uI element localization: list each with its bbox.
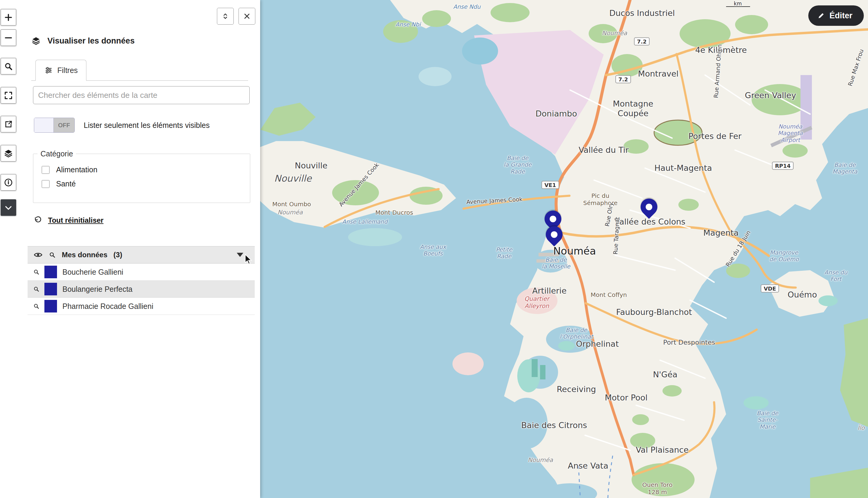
toggle-knob [34,118,54,132]
edit-button[interactable]: Éditer [808,5,864,26]
feature-color-swatch [44,266,57,278]
datalayer-header[interactable]: Mes données (3) [28,246,255,264]
zoom-to-feature-icon[interactable] [33,286,40,292]
zoom-to-feature-icon[interactable] [33,303,40,310]
panel-resize-button[interactable] [217,8,234,25]
tab-filtres-label: Filtres [57,66,78,75]
search-button[interactable] [1,58,16,75]
about-button[interactable] [1,174,16,191]
feature-color-swatch [44,300,57,313]
data-browser-panel: Visualiser les données Filtres OFF Liste… [0,0,260,498]
layers-icon [31,36,41,45]
datalayer-section: Mes données (3) Boucherie GallieniBoulan… [28,246,255,315]
undo-icon [34,216,42,224]
layers-button[interactable] [1,145,16,161]
feature-row[interactable]: Pharmacie Rocade Gallieni [28,298,255,315]
map-marker[interactable] [637,195,661,219]
datalayer-count: (3) [113,251,122,259]
panel-close-button[interactable] [239,8,255,25]
map-marker[interactable] [542,223,566,247]
close-icon [243,12,251,21]
share-button[interactable] [1,116,16,132]
visible-elements-toggle[interactable]: OFF [34,118,75,133]
pencil-icon [817,12,825,19]
tab-filtres[interactable]: Filtres [36,60,86,81]
feature-row[interactable]: Boucherie Gallieni [28,264,255,281]
toggle-state-label: OFF [54,118,75,132]
category-option[interactable]: Santé [42,180,250,188]
collapse-caret-icon[interactable] [237,253,243,257]
feature-label[interactable]: Pharmacie Rocade Gallieni [63,302,153,311]
reset-row: Tout réinitialiser [34,216,104,224]
category-label: Alimentation [56,166,97,174]
eye-icon[interactable] [34,250,43,259]
feature-label[interactable]: Boulangerie Perfecta [63,285,132,293]
panel-title: Visualiser les données [48,36,135,45]
datalayer-title: Mes données [62,251,107,259]
tabbar: Filtres [31,60,248,81]
panel-header: Visualiser les données [31,36,135,45]
category-checkbox[interactable] [42,180,50,188]
edit-button-label: Éditer [829,11,852,21]
mouse-cursor [244,254,254,266]
panel-controls [217,8,255,25]
feature-label[interactable]: Boucherie Gallieni [63,268,123,276]
filters-icon [44,66,53,75]
zoom-to-layer-icon[interactable] [49,251,56,259]
search-input[interactable] [33,86,250,104]
zoom-to-feature-icon[interactable] [33,268,40,275]
category-legend: Catégorie [38,149,76,158]
zoom-out-button[interactable] [1,29,16,46]
category-checkbox[interactable] [42,166,50,174]
expand-vertical-icon [221,12,229,21]
toggle-description: Lister seulement les éléments visibles [84,121,210,130]
category-option[interactable]: Alimentation [42,166,250,174]
feature-color-swatch [44,283,57,296]
reset-all-link[interactable]: Tout réinitialiser [48,216,104,224]
feature-row[interactable]: Boulangerie Perfecta [28,281,255,298]
category-fieldset: Catégorie AlimentationSanté [33,149,250,203]
visible-elements-row: OFF Lister seulement les éléments visibl… [34,118,248,133]
category-label: Santé [56,180,76,188]
zoom-in-button[interactable] [1,9,16,26]
fullscreen-button[interactable] [1,87,16,104]
more-controls-button[interactable] [1,199,16,216]
